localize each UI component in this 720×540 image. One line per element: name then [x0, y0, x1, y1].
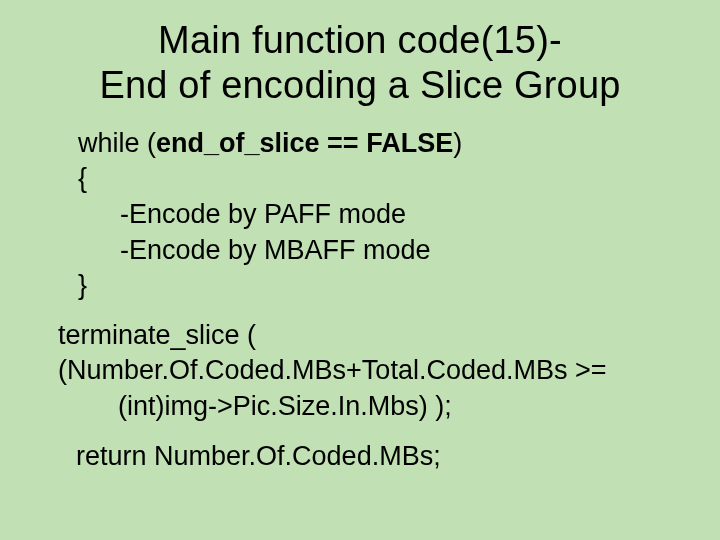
while-condition: end_of_slice == FALSE	[156, 128, 453, 158]
code-inner-2: -Encode by MBAFF mode	[120, 233, 662, 269]
code-body: while (end_of_slice == FALSE) { -Encode …	[58, 126, 662, 475]
code-inner-1: -Encode by PAFF mode	[120, 197, 662, 233]
while-prefix: while (	[78, 128, 156, 158]
while-suffix: )	[453, 128, 462, 158]
close-brace: }	[78, 268, 662, 304]
open-brace: {	[78, 161, 662, 197]
terminate-line-1: terminate_slice ( (Number.Of.Coded.MBs+T…	[58, 318, 662, 389]
return-line: return Number.Of.Coded.MBs;	[76, 439, 662, 475]
title-line-1: Main function code(15)-	[158, 19, 562, 61]
title-line-2: End of encoding a Slice Group	[99, 64, 620, 106]
slide: Main function code(15)- End of encoding …	[0, 0, 720, 540]
slide-title: Main function code(15)- End of encoding …	[58, 18, 662, 108]
code-while-line: while (end_of_slice == FALSE)	[78, 126, 662, 162]
terminate-line-2: (int)img->Pic.Size.In.Mbs) );	[118, 389, 662, 425]
